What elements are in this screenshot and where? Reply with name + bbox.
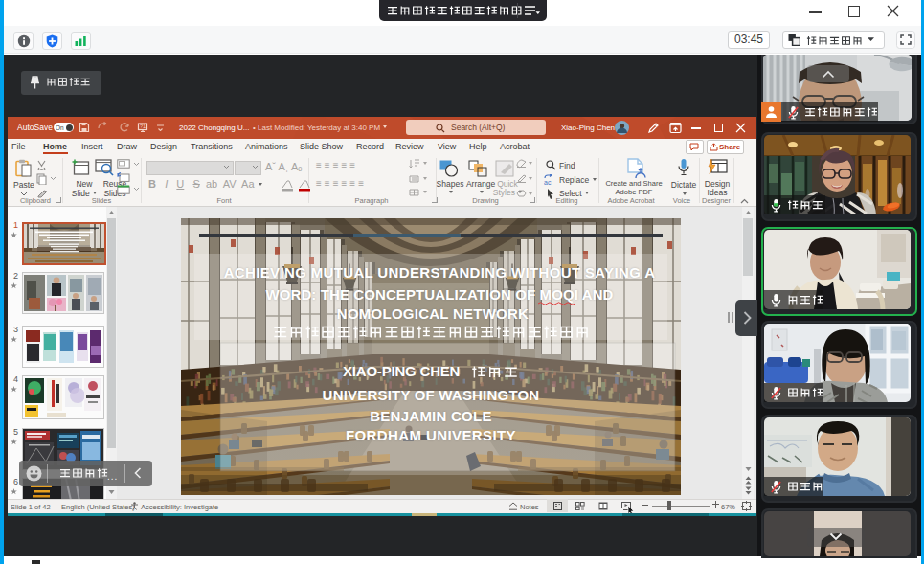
svg-text:ac: ac: [544, 179, 552, 186]
svg-text:?1: ?1: [140, 124, 146, 129]
